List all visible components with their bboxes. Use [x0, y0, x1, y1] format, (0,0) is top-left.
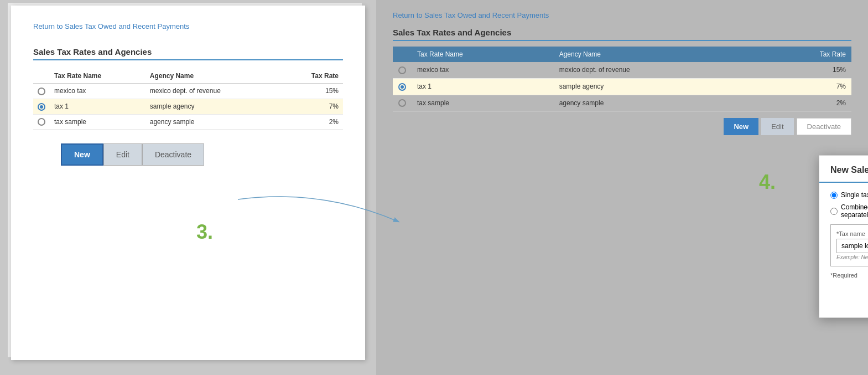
right-new-button[interactable]: New [724, 118, 758, 135]
col-radio [33, 69, 50, 84]
radio-option-combined: Combined tax rate (when you file sales t… [830, 203, 868, 219]
radio-single-label: Single tax rate [841, 191, 868, 199]
row-agency-name-3: agency sample [145, 114, 282, 130]
left-edit-button[interactable]: Edit [103, 143, 142, 166]
left-new-button[interactable]: New [61, 143, 103, 166]
row-agency-name-selected: sample agency [145, 99, 282, 114]
col-tax-name: Tax Rate Name [50, 69, 145, 84]
right-col-radio [393, 47, 412, 62]
modal-title: New Sales Tax Rate [830, 165, 868, 175]
right-row-name-3: tax sample [412, 95, 554, 111]
right-table-row-3[interactable]: tax sample agency sample 2% [393, 95, 851, 111]
table-row-3[interactable]: tax sample agency sample 2% [33, 114, 343, 130]
right-radio-1 [398, 66, 406, 74]
right-row-agency-3: agency sample [554, 95, 758, 111]
radio-cell-3[interactable] [33, 114, 50, 130]
right-section-title: Sales Tax Rates and Agencies [393, 28, 851, 37]
row-tax-name: mexico tax [50, 84, 145, 99]
right-return-link[interactable]: Return to Sales Tax Owed and Recent Paym… [393, 11, 851, 19]
right-radio-cell-3[interactable] [393, 95, 412, 111]
modal-dialog: New Sales Tax Rate ✕ Single tax rate See… [819, 155, 868, 318]
row-tax-name-3: tax sample [50, 114, 145, 130]
tax-name-hint: Example: New York City or Santa Clara Co… [836, 254, 868, 260]
radio-option-single: Single tax rate See an example [830, 191, 868, 199]
modal-footer: Save Cancel [819, 287, 868, 317]
right-col-agency: Agency Name [554, 47, 758, 62]
radio-combined-label: Combined tax rate (when you file sales t… [841, 203, 868, 219]
table-row[interactable]: mexico tax mexico dept. of revenue 15% [33, 84, 343, 99]
radio-selected [38, 103, 45, 111]
tax-name-label: *Tax name [836, 230, 868, 237]
right-section-divider [393, 40, 851, 41]
radio-cell[interactable] [33, 84, 50, 99]
left-tax-table: Tax Rate Name Agency Name Tax Rate mexic… [33, 69, 343, 130]
right-table-row-2[interactable]: tax 1 sample agency 7% [393, 78, 851, 95]
right-row-agency-1: mexico dept. of revenue [554, 62, 758, 78]
row-rate: 15% [282, 84, 343, 99]
right-row-rate-1: 15% [758, 62, 851, 78]
right-deactivate-button[interactable]: Deactivate [797, 118, 851, 135]
step-4-label: 4. [759, 171, 776, 194]
radio-single-input[interactable] [830, 192, 838, 199]
right-radio-2 [398, 83, 406, 91]
right-col-name: Tax Rate Name [412, 47, 554, 62]
modal-header: New Sales Tax Rate ✕ [819, 156, 868, 183]
table-row-selected[interactable]: tax 1 sample agency 7% [33, 99, 343, 114]
left-page: Return to Sales Tax Owed and Recent Paym… [11, 6, 365, 360]
row-agency-name: mexico dept. of revenue [145, 84, 282, 99]
right-row-rate-2: 7% [758, 78, 851, 95]
right-row-agency-2: sample agency [554, 78, 758, 95]
left-section-divider [33, 59, 343, 60]
step-3-label: 3. [196, 220, 213, 244]
right-edit-button[interactable]: Edit [761, 118, 793, 135]
right-row-name-1: mexico tax [412, 62, 554, 78]
right-radio-cell-1[interactable] [393, 62, 412, 78]
row-rate-selected: 7% [282, 99, 343, 114]
left-return-link[interactable]: Return to Sales Tax Owed and Recent Paym… [33, 22, 343, 30]
right-row-name-2: tax 1 [412, 78, 554, 95]
right-panel: Return to Sales Tax Owed and Recent Paym… [376, 0, 868, 375]
col-tax-rate: Tax Rate [282, 69, 343, 84]
tax-name-input[interactable] [836, 239, 868, 253]
modal-body: Single tax rate See an example Combined … [819, 183, 868, 287]
right-radio-cell-2[interactable] [393, 78, 412, 95]
right-table-row-1[interactable]: mexico tax mexico dept. of revenue 15% [393, 62, 851, 78]
row-rate-3: 2% [282, 114, 343, 130]
left-section-title: Sales Tax Rates and Agencies [33, 47, 343, 56]
left-deactivate-button[interactable]: Deactivate [142, 143, 204, 166]
row-tax-name-selected: tax 1 [50, 99, 145, 114]
right-button-group: New Edit Deactivate [393, 118, 851, 135]
left-button-group: New Edit Deactivate [61, 143, 343, 166]
required-label: *Required [830, 272, 868, 279]
form-fields: *Tax name Example: New York City or Sant… [830, 224, 868, 266]
radio-unselected-3 [38, 118, 45, 126]
right-row-rate-3: 2% [758, 95, 851, 111]
right-tax-table: Tax Rate Name Agency Name Tax Rate mexic… [393, 47, 851, 111]
tax-name-group: *Tax name Example: New York City or Sant… [836, 230, 868, 260]
right-col-rate: Tax Rate [758, 47, 851, 62]
radio-combined-input[interactable] [830, 208, 838, 215]
radio-unselected [38, 88, 45, 95]
form-row: *Tax name Example: New York City or Sant… [836, 230, 868, 260]
right-radio-3 [398, 99, 406, 107]
left-panel: Return to Sales Tax Owed and Recent Paym… [0, 0, 376, 375]
col-agency-name: Agency Name [145, 69, 282, 84]
radio-cell-selected[interactable] [33, 99, 50, 114]
